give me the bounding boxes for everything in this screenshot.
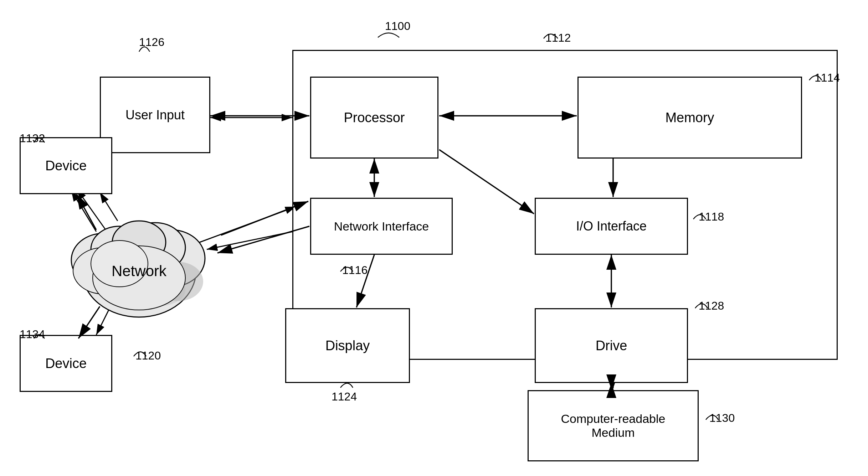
device2-box: Device: [20, 335, 112, 392]
io-interface-box: I/O Interface: [535, 198, 688, 255]
ref-1112: 1112: [545, 31, 571, 45]
ref-1116: 1116: [342, 264, 368, 277]
drive-box: Drive: [535, 308, 688, 383]
ref-1132: 1132: [20, 132, 45, 145]
ref-1126: 1126: [139, 36, 164, 49]
ref-1128: 1128: [699, 299, 724, 312]
ref-1130: 1130: [709, 412, 735, 425]
display-box: Display: [285, 308, 410, 383]
computer-readable-box: Computer-readable Medium: [528, 390, 699, 461]
ref-1120: 1120: [135, 349, 161, 362]
ref-1134: 1134: [20, 328, 45, 341]
device1-box: Device: [20, 137, 112, 194]
svg-text:Network: Network: [112, 263, 167, 279]
ref-1100: 1100: [385, 20, 410, 33]
memory-box: Memory: [577, 77, 802, 159]
network-cloud: Network: [57, 200, 221, 335]
patent-diagram: 1100 1112 Processor Memory 1114 Network …: [0, 0, 868, 476]
network-interface-box: Network Interface: [310, 198, 453, 255]
processor-box: Processor: [310, 77, 438, 159]
user-input-box: User Input: [100, 77, 210, 153]
ref-1124: 1124: [332, 390, 357, 403]
ref-1114: 1114: [815, 71, 840, 84]
ref-1118: 1118: [699, 210, 724, 223]
